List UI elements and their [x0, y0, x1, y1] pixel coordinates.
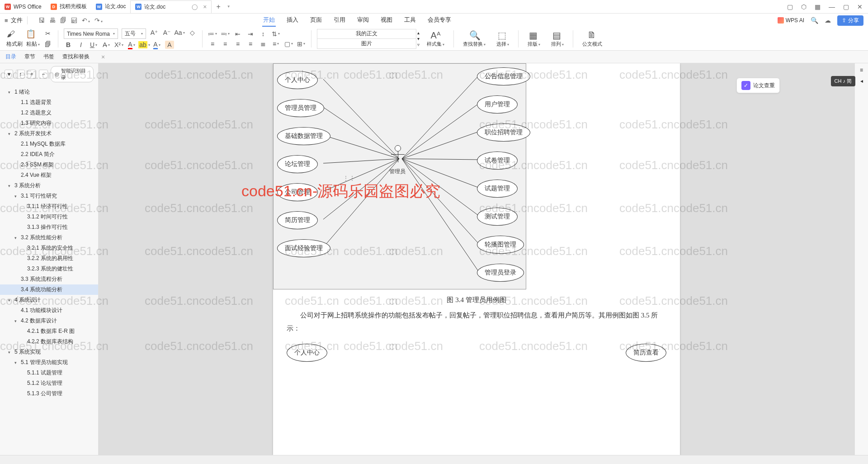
- toc-item[interactable]: 4.2.2 数据库表结构: [0, 336, 98, 347]
- promote-button[interactable]: ↑: [16, 70, 24, 79]
- unordered-list-icon[interactable]: ≔▾: [208, 30, 217, 38]
- strikethrough-icon[interactable]: A̶▾: [102, 41, 111, 49]
- toc-item[interactable]: 1.1 选题背景: [0, 97, 98, 108]
- arrange-button[interactable]: ▤ 排列▾: [547, 30, 567, 47]
- toc-item[interactable]: ▾5 系统实现: [0, 347, 98, 357]
- menu-tab-6[interactable]: 工具: [403, 14, 417, 27]
- scroll-up-icon[interactable]: ▴: [417, 30, 420, 35]
- menu-tab-1[interactable]: 插入: [286, 14, 299, 27]
- collapse-icon[interactable]: ≡: [860, 67, 863, 73]
- sort-icon[interactable]: ⇅▾: [271, 30, 280, 38]
- clear-format-icon[interactable]: ◇: [188, 28, 197, 37]
- cube-icon[interactable]: ⬡: [801, 3, 807, 10]
- cloud-icon[interactable]: ☁: [825, 17, 831, 24]
- ime-indicator[interactable]: CH ♪ 简: [831, 76, 856, 86]
- toc-item[interactable]: 1.3 研究内容: [0, 118, 98, 128]
- style-panel-button[interactable]: Aᴬ 样式集▾: [423, 30, 448, 47]
- add-tab-button[interactable]: +: [212, 3, 225, 11]
- toc-item[interactable]: 3.2.1 系统的安全性: [0, 243, 98, 253]
- close-window-icon[interactable]: ✕: [857, 3, 863, 10]
- line-spacing-icon[interactable]: ≡▾: [271, 40, 280, 48]
- toc-item[interactable]: 5.1.3 公司管理: [0, 388, 98, 399]
- borders-icon[interactable]: ⊞▾: [297, 40, 306, 48]
- shading-icon[interactable]: A▾: [152, 41, 161, 49]
- nav-tab-bookmark[interactable]: 书签: [43, 53, 54, 61]
- plagiarism-check-button[interactable]: ✓ 论文查重: [736, 78, 780, 93]
- change-case-icon[interactable]: Aa▾: [175, 28, 184, 37]
- toc-item[interactable]: 3.1.2 时间可行性: [0, 212, 98, 222]
- decrease-indent-icon[interactable]: ⇤: [233, 30, 242, 38]
- increase-font-icon[interactable]: A⁺: [150, 28, 159, 37]
- format-brush-icon[interactable]: 🖌: [6, 29, 15, 38]
- document-area[interactable]: ⋮⋮ 个人中心管理员管理基础数据管理论坛管理公司管理简历管理面试经验管理公告信息…: [99, 63, 854, 455]
- highlight-icon[interactable]: ab▾: [140, 41, 149, 49]
- menu-tab-7[interactable]: 会员专享: [427, 14, 452, 27]
- para-shading-icon[interactable]: ▢▾: [284, 40, 293, 48]
- arrow-icon[interactable]: ◂: [860, 78, 863, 84]
- level-dropdown[interactable]: ▾: [5, 70, 13, 79]
- cut-icon[interactable]: ✂: [43, 29, 52, 38]
- share-button[interactable]: ⇪ 分享: [837, 15, 863, 26]
- minimize-icon[interactable]: —: [829, 3, 835, 10]
- toc-item[interactable]: ▾4.2 数据库设计: [0, 316, 98, 326]
- remove-button[interactable]: −: [39, 70, 47, 79]
- print-icon[interactable]: 🖶: [49, 17, 56, 24]
- nav-tab-chapter[interactable]: 章节: [24, 53, 35, 61]
- toc-item[interactable]: 2.4 Vue 框架: [0, 170, 98, 180]
- demote-button[interactable]: +: [28, 70, 36, 79]
- toc-item[interactable]: 5.1.2 论坛管理: [0, 378, 98, 388]
- copy-icon[interactable]: 🗐: [43, 40, 52, 48]
- toc-item[interactable]: 5.1.1 试题管理: [0, 368, 98, 378]
- font-color-icon[interactable]: A▾: [127, 41, 136, 49]
- text-effects-icon[interactable]: A: [165, 41, 174, 49]
- menu-tab-2[interactable]: 页面: [309, 14, 323, 27]
- toc-item[interactable]: ▾3 系统分析: [0, 180, 98, 191]
- nav-close-icon[interactable]: ×: [101, 53, 105, 61]
- find-replace-button[interactable]: 🔍 查找替换▾: [459, 30, 489, 47]
- menu-tab-4[interactable]: 审阅: [356, 14, 370, 27]
- toc-item[interactable]: 3.1.1 经济可行性: [0, 201, 98, 212]
- menu-tab-0[interactable]: 开始: [262, 14, 276, 27]
- align-left-icon[interactable]: ≡: [208, 40, 217, 48]
- refresh-icon[interactable]: ▼: [227, 5, 231, 9]
- file-menu[interactable]: ≡ 文件: [5, 16, 23, 24]
- justify-icon[interactable]: ≡: [246, 40, 255, 48]
- maximize-icon[interactable]: ▢: [843, 3, 849, 10]
- template-tab[interactable]: D 找稻壳模板: [46, 0, 91, 13]
- toc-item[interactable]: ▾2 系统开发技术: [0, 128, 98, 139]
- select-button[interactable]: ⬚ 选择▾: [493, 30, 513, 47]
- doc-tab-active[interactable]: W 论文.doc ◯ ×: [130, 0, 212, 13]
- nav-tab-toc[interactable]: 目录: [5, 53, 16, 61]
- align-center-icon[interactable]: ≡: [221, 40, 230, 48]
- toc-item[interactable]: 1.2 选题意义: [0, 108, 98, 118]
- italic-icon[interactable]: I: [76, 41, 85, 49]
- toc-item[interactable]: 4.1 功能模块设计: [0, 305, 98, 316]
- toc-item[interactable]: 3.1.3 操作可行性: [0, 222, 98, 232]
- toc-item[interactable]: 2.3 SSM 框架: [0, 160, 98, 170]
- style-gallery[interactable]: 我的正文 图片: [317, 29, 416, 49]
- font-size-select[interactable]: 五号▾: [122, 28, 146, 39]
- toc-item[interactable]: ▾3.2 系统性能分析: [0, 232, 98, 243]
- align-right-icon[interactable]: ≡: [233, 40, 242, 48]
- toc-item[interactable]: ▾3.1 可行性研究: [0, 191, 98, 201]
- menu-tab-5[interactable]: 视图: [380, 14, 393, 27]
- restore-window-icon[interactable]: ▢: [787, 3, 793, 10]
- scroll-down-icon[interactable]: ▾: [417, 36, 420, 41]
- sort-button[interactable]: ▦ 排版▾: [524, 30, 544, 47]
- toc-item[interactable]: 3.2.2 系统的易用性: [0, 253, 98, 264]
- font-name-select[interactable]: Times New Roma▾: [64, 28, 118, 39]
- save-indicator-icon[interactable]: ◯: [192, 4, 198, 10]
- gallery-expand-icon[interactable]: ▿: [417, 42, 420, 47]
- toc-item[interactable]: 2.1 MySQL 数据库: [0, 139, 98, 149]
- paste-icon[interactable]: 📋: [26, 29, 35, 38]
- text-direction-icon[interactable]: ↕: [259, 30, 268, 38]
- underline-icon[interactable]: U▾: [89, 41, 98, 49]
- print-preview-icon[interactable]: 🗐: [60, 17, 66, 24]
- style-normal[interactable]: 我的正文: [317, 29, 416, 39]
- superscript-icon[interactable]: X²▾: [114, 41, 123, 49]
- app-tab[interactable]: W WPS Office: [0, 0, 46, 13]
- bold-icon[interactable]: B: [64, 41, 73, 49]
- toc-item[interactable]: ▾4 系统设计: [0, 295, 98, 305]
- toc-item[interactable]: 3.4 系统功能分析: [0, 284, 98, 295]
- wps-ai-button[interactable]: WPS AI: [778, 17, 804, 24]
